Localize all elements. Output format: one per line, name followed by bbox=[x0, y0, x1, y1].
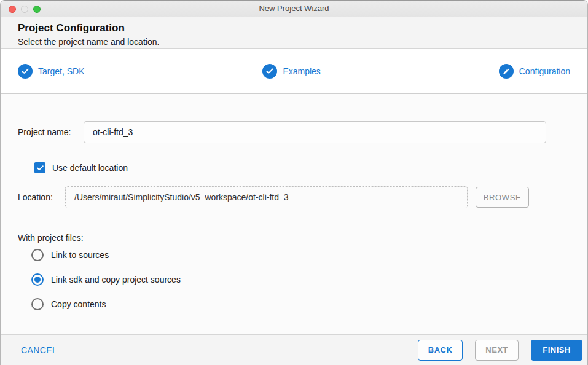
zoom-window-button[interactable] bbox=[33, 6, 41, 13]
with-project-files-label: With project files: bbox=[18, 233, 570, 243]
page-title: Project Configuration bbox=[18, 22, 570, 34]
location-label: Location: bbox=[18, 192, 65, 202]
step-label: Target, SDK bbox=[38, 66, 84, 76]
traffic-lights bbox=[9, 1, 41, 17]
radio-icon[interactable] bbox=[31, 249, 44, 261]
step-label: Examples bbox=[283, 66, 320, 76]
wizard-stepper: Target, SDK Examples Configuration bbox=[1, 49, 587, 94]
cancel-button[interactable]: CANCEL bbox=[21, 345, 57, 355]
project-name-input[interactable] bbox=[84, 121, 546, 143]
check-icon bbox=[18, 64, 33, 79]
radio-copy-contents[interactable]: Copy contents bbox=[31, 292, 570, 316]
new-project-wizard-window: New Project Wizard Project Configuration… bbox=[0, 0, 588, 365]
stepper-connector bbox=[328, 71, 492, 71]
stepper-connector bbox=[92, 71, 255, 71]
step-label: Configuration bbox=[519, 66, 570, 76]
finish-button[interactable]: FINISH bbox=[531, 340, 582, 361]
radio-icon[interactable] bbox=[31, 298, 44, 310]
step-examples[interactable]: Examples bbox=[262, 64, 320, 79]
titlebar: New Project Wizard bbox=[1, 1, 587, 17]
project-name-row: Project name: bbox=[18, 121, 570, 143]
window-title: New Project Wizard bbox=[1, 1, 587, 17]
radio-label: Copy contents bbox=[51, 299, 106, 309]
step-target-sdk[interactable]: Target, SDK bbox=[18, 64, 84, 79]
check-icon bbox=[262, 64, 277, 79]
wizard-header: Project Configuration Select the project… bbox=[1, 17, 587, 49]
use-default-location-checkbox[interactable] bbox=[34, 162, 45, 173]
radio-link-sdk-copy-sources[interactable]: Link sdk and copy project sources bbox=[31, 267, 570, 292]
project-name-label: Project name: bbox=[18, 127, 84, 137]
step-configuration[interactable]: Configuration bbox=[499, 64, 570, 79]
configuration-form: Project name: Use default location Locat… bbox=[1, 94, 587, 334]
close-window-button[interactable] bbox=[9, 6, 16, 13]
radio-label: Link to sources bbox=[51, 250, 109, 260]
radio-label: Link sdk and copy project sources bbox=[51, 275, 181, 285]
browse-button[interactable]: BROWSE bbox=[476, 187, 529, 208]
use-default-location-row[interactable]: Use default location bbox=[34, 162, 570, 173]
minimize-window-button[interactable] bbox=[21, 6, 28, 13]
back-button[interactable]: BACK bbox=[418, 340, 463, 361]
radio-link-to-sources[interactable]: Link to sources bbox=[31, 243, 570, 267]
location-input: /Users/miraut/SimplicityStudio/v5_worksp… bbox=[65, 186, 468, 208]
use-default-location-label: Use default location bbox=[52, 163, 128, 173]
footer-buttons: BACK NEXT FINISH bbox=[418, 340, 582, 361]
next-button[interactable]: NEXT bbox=[475, 340, 519, 361]
pencil-icon bbox=[499, 64, 514, 79]
radio-selected-icon[interactable] bbox=[31, 273, 44, 286]
page-subtitle: Select the project name and location. bbox=[18, 37, 570, 47]
wizard-footer: CANCEL BACK NEXT FINISH bbox=[1, 334, 587, 365]
location-value: /Users/miraut/SimplicityStudio/v5_worksp… bbox=[74, 192, 289, 202]
location-row: Location: /Users/miraut/SimplicityStudio… bbox=[18, 186, 570, 208]
